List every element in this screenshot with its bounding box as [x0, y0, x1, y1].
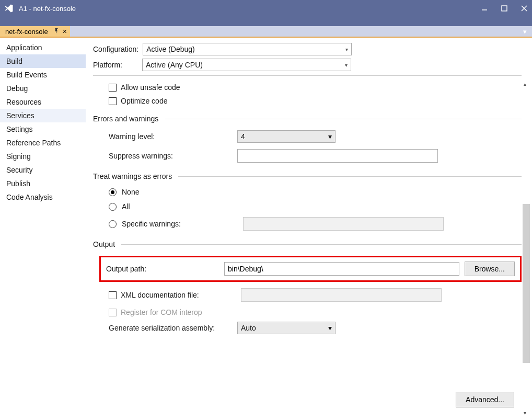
divider: [165, 119, 522, 119]
configuration-select[interactable]: Active (Debug) ▾: [143, 43, 352, 55]
warning-level-value: 4: [241, 132, 245, 141]
sidebar-item-application[interactable]: Application: [0, 41, 86, 54]
pin-icon[interactable]: [53, 28, 60, 36]
treat-specific-input: [243, 217, 444, 231]
maximize-button[interactable]: [501, 5, 508, 12]
sidebar: Application Build Build Events Debug Res…: [0, 38, 86, 420]
sidebar-item-reference-paths[interactable]: Reference Paths: [0, 136, 86, 150]
divider: [178, 176, 522, 177]
optimize-code-checkbox[interactable]: [109, 97, 117, 105]
platform-select[interactable]: Active (Any CPU) ▾: [142, 59, 351, 71]
errors-section-header: Errors and warnings: [93, 115, 158, 123]
suppress-warnings-input[interactable]: [237, 149, 438, 163]
advanced-button[interactable]: Advanced...: [456, 392, 514, 407]
configuration-value: Active (Debug): [146, 45, 195, 53]
treat-none-radio[interactable]: [109, 188, 117, 196]
configuration-label: Configuration:: [93, 45, 138, 53]
treat-all-radio[interactable]: [109, 203, 117, 211]
xml-doc-input: [241, 288, 442, 302]
treat-warnings-section-header: Treat warnings as errors: [93, 172, 172, 180]
gen-serial-value: Auto: [241, 324, 256, 332]
close-button[interactable]: [521, 5, 528, 12]
scroll-up-icon[interactable]: ▴: [521, 80, 529, 88]
gen-serial-label: Generate serialization assembly:: [109, 324, 237, 332]
gen-serial-select[interactable]: Auto ▾: [237, 322, 336, 334]
allow-unsafe-label: Allow unsafe code: [121, 83, 180, 92]
browse-button[interactable]: Browse...: [465, 262, 515, 276]
xml-doc-checkbox[interactable]: [109, 291, 117, 299]
xml-doc-label: XML documentation file:: [121, 291, 241, 299]
chevron-down-icon: ▾: [345, 47, 348, 52]
treat-specific-radio[interactable]: [109, 220, 117, 228]
com-interop-checkbox: [109, 309, 117, 316]
platform-value: Active (Any CPU): [146, 61, 203, 69]
warning-level-label: Warning level:: [109, 132, 237, 141]
sidebar-item-build[interactable]: Build: [0, 54, 86, 68]
chevron-down-icon: ▾: [345, 62, 348, 68]
scroll-down-icon[interactable]: ▾: [521, 408, 529, 417]
output-path-input[interactable]: [224, 262, 459, 276]
close-tab-icon[interactable]: ×: [63, 28, 67, 35]
output-section-header: Output: [93, 240, 115, 248]
divider: [121, 244, 522, 245]
chevron-down-icon: ▾: [328, 132, 332, 141]
tab-overflow-dropdown[interactable]: ▾: [518, 26, 532, 37]
sidebar-item-services[interactable]: Services: [0, 109, 86, 122]
treat-specific-label: Specific warnings:: [122, 220, 238, 228]
sidebar-item-security[interactable]: Security: [0, 163, 86, 177]
suppress-warnings-label: Suppress warnings:: [109, 152, 237, 160]
titlebar: A1 - net-fx-console: [0, 0, 532, 17]
allow-unsafe-checkbox[interactable]: [109, 84, 117, 92]
warning-level-select[interactable]: 4 ▾: [237, 130, 336, 143]
vs-logo-icon: [4, 3, 15, 14]
sidebar-item-signing[interactable]: Signing: [0, 150, 86, 163]
com-interop-label: Register for COM interop: [121, 308, 202, 316]
output-path-label: Output path:: [106, 265, 224, 273]
sidebar-item-debug[interactable]: Debug: [0, 82, 86, 95]
platform-label: Platform:: [93, 61, 122, 69]
chevron-down-icon: ▾: [328, 324, 332, 332]
minimize-button[interactable]: [481, 5, 488, 12]
tab-strip: net-fx-console × ▾: [0, 26, 532, 38]
command-bar: [0, 17, 532, 26]
sidebar-item-publish[interactable]: Publish: [0, 177, 86, 190]
tab-label: net-fx-console: [5, 28, 48, 36]
svg-rect-1: [502, 6, 507, 11]
scrollbar-thumb[interactable]: [523, 204, 530, 363]
optimize-code-label: Optimize code: [121, 97, 167, 105]
sidebar-item-build-events[interactable]: Build Events: [0, 68, 86, 82]
tab-net-fx-console[interactable]: net-fx-console ×: [0, 26, 70, 37]
treat-all-label: All: [122, 202, 130, 211]
window-title: A1 - net-fx-console: [19, 5, 76, 13]
treat-none-label: None: [122, 188, 139, 196]
sidebar-item-code-analysis[interactable]: Code Analysis: [0, 190, 86, 204]
output-path-highlight: Output path: Browse...: [99, 256, 522, 282]
sidebar-item-settings[interactable]: Settings: [0, 122, 86, 136]
content-panel: Configuration: Active (Debug) ▾ Platform…: [86, 38, 532, 420]
sidebar-item-resources[interactable]: Resources: [0, 95, 86, 109]
